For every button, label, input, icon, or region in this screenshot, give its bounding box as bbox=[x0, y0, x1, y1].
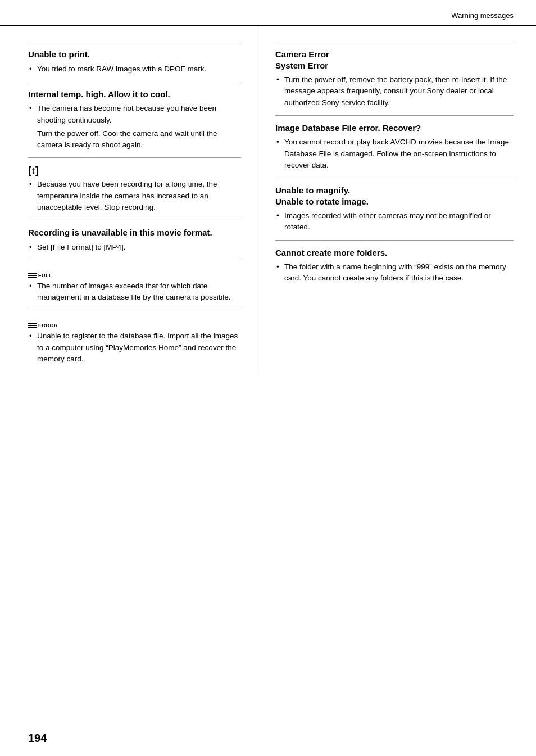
divider bbox=[28, 42, 241, 42]
section-bracket-icon: [↕] Because you have been recording for … bbox=[28, 157, 241, 213]
list-item: The number of images exceeds that for wh… bbox=[28, 280, 241, 304]
bullet-list: You cannot record or play back AVCHD mov… bbox=[275, 137, 514, 171]
page-container: Warning messages Unable to print. You tr… bbox=[0, 0, 536, 756]
db-line-2 bbox=[28, 325, 37, 326]
section-title-image-db: Image Database File error. Recover? bbox=[275, 123, 514, 134]
bullet-list: The folder with a name beginning with “9… bbox=[275, 261, 514, 284]
right-column: Camera ErrorSystem Error Turn the power … bbox=[258, 26, 536, 375]
section-db-full: FULL The number of images exceeds that f… bbox=[28, 260, 241, 304]
db-icon-graphic: FULL bbox=[28, 273, 52, 278]
content-area: Unable to print. You tried to mark RAW i… bbox=[0, 26, 536, 375]
section-db-error: ERROR Unable to register to the database… bbox=[28, 310, 241, 365]
page-header: Warning messages bbox=[0, 11, 536, 26]
bullet-list: The number of images exceeds that for wh… bbox=[28, 280, 241, 304]
section-title-internal-temp: Internal temp. high. Allow it to cool. bbox=[28, 89, 241, 100]
list-item: Because you have been recording for a lo… bbox=[28, 179, 241, 213]
list-item: You tried to mark RAW images with a DPOF… bbox=[28, 64, 241, 75]
divider bbox=[28, 310, 241, 310]
list-item: The folder with a name beginning with “9… bbox=[275, 261, 514, 284]
db-icon-graphic: ERROR bbox=[28, 323, 58, 328]
section-camera-error: Camera ErrorSystem Error Turn the power … bbox=[275, 42, 514, 108]
divider bbox=[28, 82, 241, 82]
extra-text: Turn the power off. Cool the camera and … bbox=[28, 128, 241, 151]
db-error-label: ERROR bbox=[38, 323, 58, 328]
bullet-list: Because you have been recording for a lo… bbox=[28, 179, 241, 213]
page-number: 194 bbox=[28, 732, 47, 745]
db-line-3 bbox=[28, 327, 37, 328]
list-item: Images recorded with other cameras may n… bbox=[275, 210, 514, 233]
db-icon-stack bbox=[28, 273, 37, 278]
section-cannot-create-folders: Cannot create more folders. The folder w… bbox=[275, 240, 514, 284]
list-item: You cannot record or play back AVCHD mov… bbox=[275, 137, 514, 171]
list-item: Turn the power off, remove the battery p… bbox=[275, 74, 514, 108]
db-icon-stack bbox=[28, 323, 37, 328]
db-line-3 bbox=[28, 277, 37, 278]
left-column: Unable to print. You tried to mark RAW i… bbox=[0, 26, 258, 375]
divider bbox=[28, 260, 241, 260]
section-image-database-error: Image Database File error. Recover? You … bbox=[275, 115, 514, 171]
divider bbox=[275, 115, 514, 116]
section-title-unable-to-print: Unable to print. bbox=[28, 49, 241, 60]
db-line-1 bbox=[28, 273, 37, 274]
db-full-icon: FULL bbox=[28, 273, 52, 278]
list-item: Unable to register to the database file.… bbox=[28, 331, 241, 365]
section-recording-unavailable: Recording is unavailable in this movie f… bbox=[28, 220, 241, 253]
section-title-camera-error: Camera ErrorSystem Error bbox=[275, 49, 514, 71]
divider bbox=[275, 42, 514, 42]
db-line-1 bbox=[28, 323, 37, 324]
divider bbox=[275, 178, 514, 178]
divider bbox=[28, 220, 241, 220]
bullet-list: Set [File Format] to [MP4]. bbox=[28, 242, 241, 253]
section-title-folders: Cannot create more folders. bbox=[275, 247, 514, 259]
section-title-magnify: Unable to magnify.Unable to rotate image… bbox=[275, 185, 514, 207]
section-title-recording: Recording is unavailable in this movie f… bbox=[28, 227, 241, 238]
list-item: Set [File Format] to [MP4]. bbox=[28, 242, 241, 253]
bullet-list: The camera has become hot because you ha… bbox=[28, 103, 241, 126]
bracket-icon: [↕] bbox=[28, 165, 241, 176]
db-line-2 bbox=[28, 275, 37, 276]
section-internal-temp: Internal temp. high. Allow it to cool. T… bbox=[28, 82, 241, 151]
section-unable-to-print: Unable to print. You tried to mark RAW i… bbox=[28, 42, 241, 75]
db-full-label: FULL bbox=[38, 273, 52, 278]
bullet-list: Images recorded with other cameras may n… bbox=[275, 210, 514, 233]
divider bbox=[275, 240, 514, 241]
bullet-list: Unable to register to the database file.… bbox=[28, 331, 241, 365]
header-title: Warning messages bbox=[451, 11, 514, 20]
section-unable-magnify: Unable to magnify.Unable to rotate image… bbox=[275, 178, 514, 233]
bullet-list: You tried to mark RAW images with a DPOF… bbox=[28, 64, 241, 75]
db-error-icon: ERROR bbox=[28, 323, 58, 328]
list-item: The camera has become hot because you ha… bbox=[28, 103, 241, 126]
divider bbox=[28, 157, 241, 158]
bullet-list: Turn the power off, remove the battery p… bbox=[275, 74, 514, 108]
